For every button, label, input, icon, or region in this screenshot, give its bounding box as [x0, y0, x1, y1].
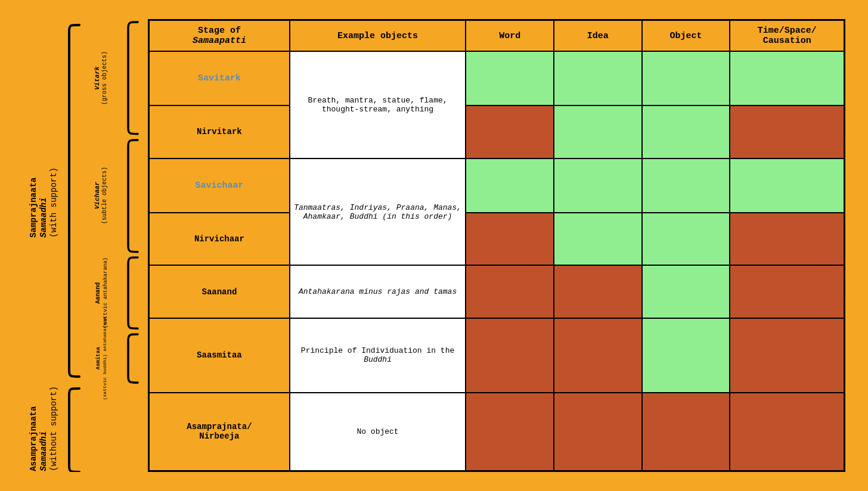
saanand-idea: [554, 265, 642, 318]
nirvichaar-word: [466, 213, 554, 266]
asamprajnaata-text: Asamprajnaata Samaadhi (without support): [29, 386, 58, 471]
vichaar-group: Vichaar (subtle objects): [82, 137, 148, 255]
far-left-labels: Samprajnaata Samaadhi (with support) Asa…: [23, 19, 64, 472]
vitark-bracket: [121, 19, 142, 137]
nirvitark-idea: [554, 105, 642, 159]
header-stage: Stage of Samaapatti: [149, 20, 290, 52]
asamprajnata-idea: [554, 393, 642, 471]
asamprajnaata-label: Asamprajnaata Samaadhi (without support): [23, 386, 64, 472]
nirvitark-word: [466, 105, 554, 159]
asamprajnata-object: [642, 393, 730, 471]
saasmitaa-idea: [554, 318, 642, 393]
asmitaa-bracket: [121, 331, 142, 386]
nirvitark-time: [730, 105, 844, 159]
table-row: Saasmitaa Principle of Individuation in …: [149, 318, 845, 393]
asmitaa-label-wrap: Asmitaa (sattvic buddhi) antahakarana: [82, 331, 121, 386]
savichaar-word: [466, 159, 554, 213]
asamprajnata-time: [730, 393, 844, 471]
saanand-word: [466, 265, 554, 318]
header-word: Word: [466, 20, 554, 52]
table-row: Saanand Antahakarana minus rajas and tam…: [149, 265, 845, 318]
vitark-label: Vitark (gross objects): [94, 51, 109, 105]
vichaar-label-wrap: Vichaar (subtle objects): [82, 137, 121, 255]
samprajnaata-text: Samprajnaata Samaadhi (with support): [29, 167, 58, 238]
vichaar-label: Vichaar (subtle objects): [94, 167, 109, 224]
main-container: Samprajnaata Samaadhi (with support) Asa…: [23, 10, 845, 481]
stage-nirvitark: Nirvitark: [149, 105, 290, 159]
stage-nirvichaar: Nirvichaar: [149, 213, 290, 266]
big-bracket-svg: [64, 19, 82, 472]
savitark-word: [466, 51, 554, 105]
header-idea: Idea: [554, 20, 642, 52]
big-bracket-area: [64, 19, 82, 472]
saanand-time: [730, 265, 844, 318]
example-saanand: Antahakarana minus rajas and tamas: [290, 265, 466, 318]
vitark-label-wrap: Vitark (gross objects): [82, 19, 121, 137]
example-asamprajnata: No object: [290, 393, 466, 471]
stage-saanand: Saanand: [149, 265, 290, 318]
asmitaa-label: Asmitaa (sattvic buddhi) antahakarana: [95, 317, 108, 400]
example-vichaar: Tanmaatras, Indriyas, Praana, Manas, Aha…: [290, 159, 466, 266]
nirvitark-object: [642, 105, 730, 159]
asmitaa-group: Asmitaa (sattvic buddhi) antahakarana: [82, 331, 148, 386]
saasmitaa-object: [642, 318, 730, 393]
header-row: Stage of Samaapatti Example objects Word…: [149, 20, 845, 52]
header-time: Time/Space/Causation: [730, 20, 844, 52]
table-wrapper: Stage of Samaapatti Example objects Word…: [148, 10, 845, 481]
savitark-object: [642, 51, 730, 105]
stage-savichaar: Savichaar: [149, 159, 290, 213]
saasmitaa-word: [466, 318, 554, 393]
table-row: Nirvichaar: [149, 213, 845, 266]
header-object: Object: [642, 20, 730, 52]
vichaar-bracket: [121, 137, 142, 255]
nirvichaar-object: [642, 213, 730, 266]
example-saasmitaa: Principle of Individuation in the Buddhi: [290, 318, 466, 393]
asamprajnata-word: [466, 393, 554, 471]
saanand-object: [642, 265, 730, 318]
savitark-idea: [554, 51, 642, 105]
table-row: Savitark Breath, mantra, statue, flame, …: [149, 51, 845, 105]
samprajnaata-label: Samprajnaata Samaadhi (with support): [23, 19, 64, 386]
savichaar-time: [730, 159, 844, 213]
table-row: Nirvitark: [149, 105, 845, 159]
nirvichaar-time: [730, 213, 844, 266]
stage-asamprajnata: Asamprajnata/Nirbeeja: [149, 393, 290, 471]
example-vitark: Breath, mantra, statue, flame, thought-s…: [290, 51, 466, 159]
nirvichaar-idea: [554, 213, 642, 266]
table-row: Asamprajnata/Nirbeeja No object: [149, 393, 845, 471]
aanand-bracket: [121, 254, 142, 331]
stage-savitark: Savitark: [149, 51, 290, 105]
table-row: Savichaar Tanmaatras, Indriyas, Praana, …: [149, 159, 845, 213]
inner-labels-col: Vitark (gross objects) Vichaar (subtle o…: [82, 19, 148, 472]
vitark-group: Vitark (gross objects): [82, 19, 148, 137]
stage-saasmitaa: Saasmitaa: [149, 318, 290, 393]
header-example: Example objects: [290, 20, 466, 52]
savitark-time: [730, 51, 844, 105]
main-table: Stage of Samaapatti Example objects Word…: [148, 19, 845, 472]
aanand-group: Aanand (sattvic antahakarana): [82, 254, 148, 331]
saasmitaa-time: [730, 318, 844, 393]
savichaar-object: [642, 159, 730, 213]
savichaar-idea: [554, 159, 642, 213]
